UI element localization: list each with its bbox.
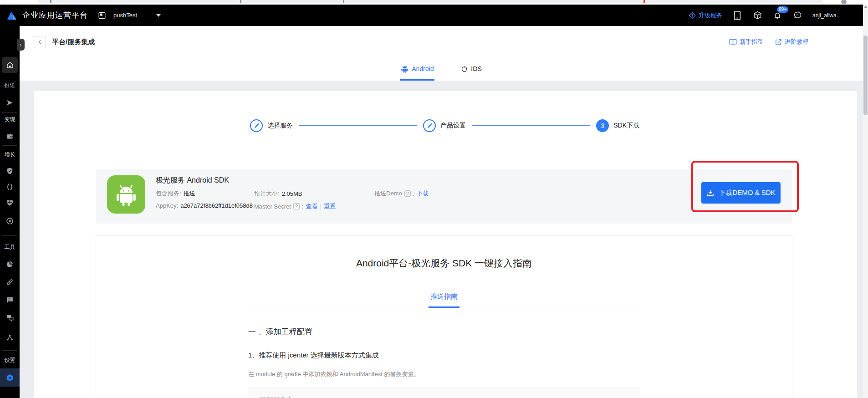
tab-android[interactable]: Android (400, 58, 434, 81)
external-link-icon (775, 39, 782, 46)
included-label: 包含服务: (156, 189, 181, 198)
sidebar-item-push[interactable] (0, 94, 20, 111)
sidebar-divider (2, 112, 17, 113)
sdk-panel: 极光服务 Android SDK 包含服务: 推送 预计大小: 2.05MB 推… (96, 169, 792, 224)
sidebar-item-shortlink[interactable] (0, 274, 20, 290)
android-sdk-badge (107, 175, 145, 214)
stepper: 选择服务 产品设置 3 SDK下载 (250, 119, 639, 132)
username[interactable]: anji_allwa... (812, 12, 839, 19)
browser-favicon-mark (50, 0, 51, 3)
demo-label: 推送Demo (374, 189, 402, 198)
secret-label: Master Secret (254, 203, 291, 210)
step-sdk-download[interactable]: 3 SDK下载 (596, 119, 639, 132)
project-selector[interactable]: pushTest (113, 12, 137, 19)
page-scrollbar[interactable] (863, 5, 868, 398)
sidebar-divider (2, 79, 17, 79)
scrollbar-thumb[interactable] (863, 36, 868, 115)
main-card: 选择服务 产品设置 3 SDK下载 (34, 91, 857, 398)
code-line: android { (259, 396, 291, 398)
guide-section-heading: 一 、添加工程配置 (248, 327, 640, 337)
help-icon[interactable]: ? (404, 190, 411, 197)
appkey-value: a267a72f8b62ff1d1ef058d8 (180, 202, 253, 209)
advanced-tutorial-label: 进阶教程 (785, 38, 808, 46)
sidebar-item-target[interactable] (0, 213, 20, 229)
support-chat-button[interactable] (792, 10, 802, 20)
notifications-button[interactable]: 99+ (772, 10, 782, 20)
guide-tabbar: 推送指南 (248, 292, 640, 307)
sidebar-divider (2, 235, 17, 236)
download-icon (706, 189, 715, 197)
guide-step-description: 在 module 的 gradle 中添加依赖和 AndroidManifest… (248, 370, 640, 378)
app-switcher-icon[interactable] (98, 11, 106, 20)
sdk-title: 极光服务 Android SDK (156, 176, 229, 185)
sidebar-item-health[interactable] (0, 194, 20, 211)
browser-address-bar[interactable] (38, 0, 823, 3)
send-icon (6, 99, 14, 107)
secret-view-link[interactable]: 查看 (306, 202, 318, 210)
colon: : (413, 190, 415, 197)
sidebar-group-tools: 工具 (0, 243, 20, 251)
chevron-down-icon[interactable] (156, 14, 161, 17)
android-robot-icon (115, 183, 137, 206)
pipe-divider: | (320, 203, 322, 210)
chevron-left-icon (37, 39, 43, 45)
sidebar-group-push: 推送 (0, 82, 20, 89)
message-icon (6, 296, 14, 304)
secret-reset-link[interactable]: 重置 (324, 202, 336, 210)
target-icon (6, 217, 14, 225)
tab-ios[interactable]: iOS (460, 58, 482, 81)
sidebar-item-union[interactable] (0, 329, 20, 346)
page-header: 平台/服务集成 新手指引 进阶教程 (20, 26, 863, 58)
guide-body: 一 、添加工程配置 1、推荐使用 jcenter 选择最新版本方式集成 在 mo… (248, 327, 640, 398)
jiguang-logo-icon (6, 10, 17, 20)
browser-red-mark (643, 0, 645, 3)
sidebar-item-analytics[interactable] (0, 256, 20, 272)
guide-step-title: 1、推荐使用 jcenter 选择最新版本方式集成 (248, 351, 640, 360)
sidebar-item-sms[interactable] (0, 291, 20, 308)
sidebar-item-sync[interactable] (0, 179, 20, 195)
sandbox-button[interactable] (752, 10, 762, 20)
sidebar-item-wallet[interactable] (0, 128, 20, 144)
step2-label: 产品设置 (440, 122, 466, 130)
step1-circle (250, 119, 263, 132)
step-select-service[interactable]: 选择服务 (250, 119, 293, 132)
stepper-connector (299, 125, 417, 126)
back-button[interactable] (34, 36, 46, 48)
shield-check-icon (6, 167, 14, 175)
download-button-label: 下载DEMO & SDK (719, 189, 775, 197)
sidebar-item-shield[interactable] (0, 163, 20, 179)
size-label: 预计大小: (254, 189, 280, 198)
browser-profile-avatar[interactable] (841, 0, 847, 4)
help-icon[interactable]: ? (293, 203, 300, 209)
upgrade-service-label: 升级服务 (699, 11, 722, 20)
scrollbar-up-arrow[interactable] (864, 5, 868, 8)
sidebar-item-home[interactable] (0, 57, 20, 73)
gradle-code-block: android { (248, 386, 640, 398)
sdk-demo: 推送Demo ? : 下载 (374, 189, 429, 198)
browser-url-mark (240, 0, 241, 3)
beginner-guide-link[interactable]: 新手指引 (729, 38, 763, 46)
mobile-preview-button[interactable] (732, 10, 742, 20)
advanced-tutorial-link[interactable]: 进阶教程 (775, 38, 808, 46)
chat-bubble-icon (793, 11, 802, 20)
pencil-icon (427, 123, 433, 129)
appkey-label: AppKey: (156, 202, 178, 209)
step-product-settings[interactable]: 产品设置 (423, 119, 466, 132)
sidebar-item-im[interactable] (0, 310, 20, 326)
upgrade-service-button[interactable]: 升级服务 (689, 11, 722, 20)
sidebar-group-settings: 设置 (0, 357, 20, 364)
demo-download-link[interactable]: 下载 (417, 189, 429, 198)
tab-android-label: Android (412, 65, 434, 72)
sidebar-expand-handle[interactable]: › (17, 39, 25, 51)
beginner-guide-label: 新手指引 (740, 38, 763, 46)
android-icon (401, 65, 408, 73)
pie-chart-icon (6, 260, 14, 268)
sidebar-item-settings-active[interactable] (0, 368, 20, 387)
nodes-icon (6, 334, 14, 342)
browser-toolbar-sliver (0, 0, 868, 5)
platform-tabbar: Android iOS (20, 58, 863, 81)
guide-tab-push[interactable]: 推送指南 (429, 292, 460, 308)
download-demo-sdk-button[interactable]: 下载DEMO & SDK (701, 182, 781, 204)
sdk-estimated-size: 预计大小: 2.05MB (254, 189, 302, 198)
colon: : (302, 203, 304, 210)
